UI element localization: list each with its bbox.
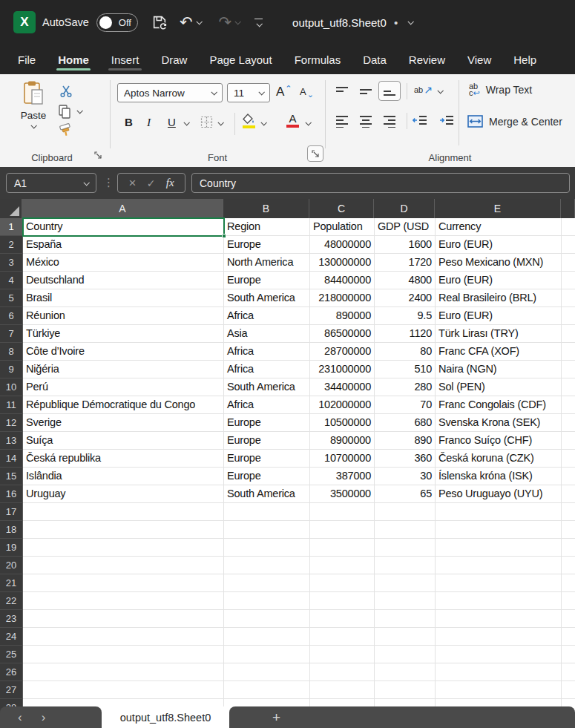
column-header-B[interactable]: B	[223, 199, 309, 218]
decrease-font-size-button[interactable]: A⌄	[300, 86, 314, 97]
cell-D22[interactable]	[375, 592, 436, 610]
cell-D14[interactable]: 360	[375, 450, 436, 468]
cell-A26[interactable]	[23, 663, 224, 681]
ribbon-tab-home[interactable]: Home	[58, 45, 89, 74]
undo-button[interactable]: ↶	[180, 15, 193, 30]
cell-F12[interactable]	[562, 414, 575, 432]
cell-C5[interactable]: 218000000	[310, 289, 375, 307]
row-header-3[interactable]: 3	[0, 254, 23, 272]
cell-F21[interactable]	[562, 574, 575, 592]
cell-B17[interactable]	[224, 503, 310, 521]
increase-indent-button[interactable]	[439, 114, 454, 128]
cell-D3[interactable]: 1720	[375, 254, 436, 272]
cell-D16[interactable]: 65	[375, 485, 436, 503]
cell-C22[interactable]	[310, 592, 375, 610]
cell-B25[interactable]	[224, 646, 310, 663]
cell-E9[interactable]: Naira (NGN)	[436, 361, 562, 378]
cell-B8[interactable]: Africa	[224, 343, 310, 361]
cell-A4[interactable]: Deutschland	[23, 272, 224, 289]
insert-function-icon[interactable]: fx	[166, 177, 174, 189]
cell-B16[interactable]: South America	[224, 485, 310, 503]
cell-E3[interactable]: Peso Mexicano (MXN)	[436, 254, 562, 272]
cell-A7[interactable]: Türkiye	[23, 325, 224, 343]
cell-E6[interactable]: Euro (EUR)	[436, 307, 562, 325]
copy-dropdown-icon[interactable]	[77, 109, 82, 114]
cell-D23[interactable]	[375, 610, 436, 628]
paste-button[interactable]: Paste	[12, 80, 55, 151]
paste-dropdown-icon[interactable]	[30, 122, 36, 128]
cell-D11[interactable]: 70	[375, 396, 436, 414]
cell-B7[interactable]: Asia	[224, 325, 310, 343]
clipboard-dialog-launcher-icon[interactable]	[93, 150, 103, 163]
cell-E5[interactable]: Real Brasileiro (BRL)	[436, 289, 562, 307]
cell-E12[interactable]: Svenska Krona (SEK)	[436, 414, 562, 432]
cell-A24[interactable]	[23, 628, 224, 646]
cell-C27[interactable]	[310, 681, 375, 699]
cell-A22[interactable]	[23, 592, 224, 610]
cell-E11[interactable]: Franc Congolais (CDF)	[436, 396, 562, 414]
row-header-19[interactable]: 19	[0, 539, 23, 557]
cell-C20[interactable]	[310, 557, 375, 574]
cell-C2[interactable]: 48000000	[310, 236, 375, 254]
active-sheet-tab[interactable]: output_utf8.Sheet0	[102, 706, 229, 728]
cell-E19[interactable]	[436, 539, 562, 557]
underline-button[interactable]: U	[168, 116, 176, 128]
row-header-17[interactable]: 17	[0, 503, 23, 521]
increase-font-size-button[interactable]: A⌃	[276, 85, 292, 99]
cell-E21[interactable]	[436, 574, 562, 592]
row-header-26[interactable]: 26	[0, 663, 23, 681]
customize-toolbar-icon[interactable]	[254, 19, 263, 27]
name-box[interactable]: A1	[6, 173, 96, 193]
cell-E1[interactable]: Currency	[436, 218, 562, 236]
row-header-25[interactable]: 25	[0, 646, 23, 663]
cell-D8[interactable]: 80	[375, 343, 436, 361]
cell-F23[interactable]	[562, 610, 575, 628]
copy-icon[interactable]	[58, 104, 71, 119]
cell-B9[interactable]: Africa	[224, 361, 310, 378]
ribbon-tab-view[interactable]: View	[467, 45, 491, 74]
align-top-button[interactable]	[335, 85, 349, 98]
cell-F4[interactable]	[562, 272, 575, 289]
cell-A15[interactable]: Islândia	[23, 468, 224, 485]
cell-E8[interactable]: Franc CFA (XOF)	[436, 343, 562, 361]
cell-F9[interactable]	[562, 361, 575, 378]
cell-E23[interactable]	[436, 610, 562, 628]
cell-E7[interactable]: Türk Lirası (TRY)	[436, 325, 562, 343]
font-color-dropdown-icon[interactable]	[306, 121, 310, 125]
cell-B22[interactable]	[224, 592, 310, 610]
cell-D10[interactable]: 280	[375, 378, 436, 396]
row-header-20[interactable]: 20	[0, 557, 23, 574]
orientation-dropdown-icon[interactable]	[438, 89, 442, 94]
row-header-2[interactable]: 2	[0, 236, 23, 254]
row-header-7[interactable]: 7	[0, 325, 23, 343]
decrease-indent-button[interactable]	[413, 114, 427, 128]
cell-F7[interactable]	[562, 325, 575, 343]
cell-B4[interactable]: Europe	[224, 272, 310, 289]
cell-F3[interactable]	[562, 254, 575, 272]
cell-C3[interactable]: 130000000	[310, 254, 375, 272]
row-header-10[interactable]: 10	[0, 378, 23, 396]
ribbon-tab-formulas[interactable]: Formulas	[295, 45, 341, 74]
font-dialog-launcher-icon[interactable]	[307, 145, 323, 162]
cell-F17[interactable]	[562, 503, 575, 521]
column-header-D[interactable]: D	[374, 199, 435, 218]
bold-button[interactable]: B	[125, 116, 133, 128]
cell-A23[interactable]	[23, 610, 224, 628]
cell-C11[interactable]: 102000000	[310, 396, 375, 414]
cell-C24[interactable]	[310, 628, 375, 646]
cell-B3[interactable]: North America	[224, 254, 310, 272]
cell-F11[interactable]	[562, 396, 575, 414]
cell-E24[interactable]	[436, 628, 562, 646]
cell-D17[interactable]	[375, 503, 436, 521]
cell-D24[interactable]	[375, 628, 436, 646]
column-header-E[interactable]: E	[435, 199, 561, 218]
cell-B2[interactable]: Europe	[224, 236, 310, 254]
prev-sheet-icon[interactable]: ‹	[18, 710, 22, 725]
row-header-21[interactable]: 21	[0, 574, 23, 592]
cell-D13[interactable]: 890	[375, 432, 436, 450]
cell-B1[interactable]: Region	[224, 218, 310, 236]
cell-E18[interactable]	[436, 521, 562, 539]
save-icon[interactable]	[151, 14, 168, 30]
cell-D9[interactable]: 510	[375, 361, 436, 378]
cell-E27[interactable]	[436, 681, 562, 699]
